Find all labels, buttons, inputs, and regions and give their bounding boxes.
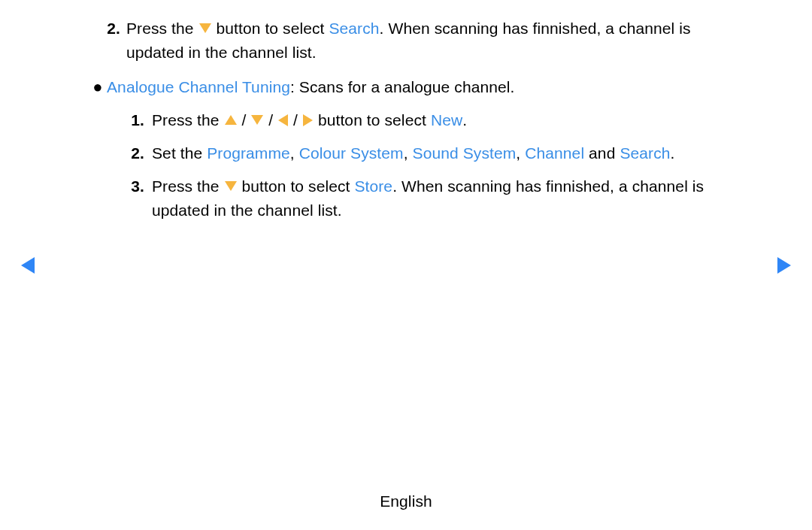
bullet-desc: : Scans for a analogue channel. <box>290 78 514 95</box>
text: Press the <box>152 177 224 195</box>
keyword-new: New <box>431 111 462 129</box>
text: Press the <box>126 20 198 37</box>
step-body: Press the button to select Store. When s… <box>150 174 722 223</box>
nested-step-3: 3. Press the button to select Store. Whe… <box>123 174 722 223</box>
triangle-down-icon <box>199 23 211 33</box>
text: , <box>290 144 299 162</box>
text: button to select <box>314 111 431 129</box>
nested-steps: 1. Press the / / / button to select New.… <box>123 108 722 223</box>
text: / <box>264 111 277 129</box>
keyword-search: Search <box>620 144 670 162</box>
keyword-programme: Programme <box>207 144 290 162</box>
step-number: 1. <box>123 108 150 132</box>
step-body: Press the button to select Search. When … <box>126 17 722 65</box>
triangle-down-icon <box>251 115 263 125</box>
text: / <box>238 111 251 129</box>
triangle-down-icon <box>225 181 237 191</box>
keyword-colour-system: Colour System <box>299 144 404 162</box>
bullet-icon: ● <box>90 75 105 232</box>
nav-next-icon[interactable] <box>777 257 791 274</box>
step-body: Set the Programme, Colour System, Sound … <box>150 141 722 165</box>
step-number: 2. <box>123 141 150 165</box>
triangle-up-icon <box>225 115 237 125</box>
footer-language: English <box>0 492 812 510</box>
manual-content: 2. Press the button to select Search. Wh… <box>90 17 722 239</box>
nested-step-1: 1. Press the / / / button to select New. <box>123 108 722 132</box>
triangle-right-icon <box>303 114 313 126</box>
text: button to select <box>238 177 355 195</box>
text: Press the <box>152 111 224 129</box>
text: , <box>516 144 525 162</box>
text: . <box>462 111 467 129</box>
step-body: Press the / / / button to select New. <box>150 108 722 132</box>
bullet-analogue-tuning: ● Analogue Channel Tuning: Scans for a a… <box>90 75 722 232</box>
bullet-body: Analogue Channel Tuning: Scans for a ana… <box>105 75 722 232</box>
text: , <box>404 144 413 162</box>
text: . <box>671 144 675 162</box>
text: button to select <box>212 20 329 37</box>
text: / <box>289 111 302 129</box>
nested-step-2: 2. Set the Programme, Colour System, Sou… <box>123 141 722 165</box>
top-step-2: 2. Press the button to select Search. Wh… <box>90 17 722 65</box>
keyword-sound-system: Sound System <box>413 144 517 162</box>
triangle-left-icon <box>278 114 288 126</box>
text: Set the <box>152 144 207 162</box>
nav-prev-icon[interactable] <box>21 257 35 274</box>
step-number: 3. <box>123 174 150 223</box>
text: and <box>584 144 620 162</box>
keyword-store: Store <box>354 177 392 195</box>
keyword-channel: Channel <box>525 144 584 162</box>
step-number: 2. <box>90 17 126 65</box>
keyword-search: Search <box>329 20 379 37</box>
bullet-title: Analogue Channel Tuning <box>107 78 290 95</box>
